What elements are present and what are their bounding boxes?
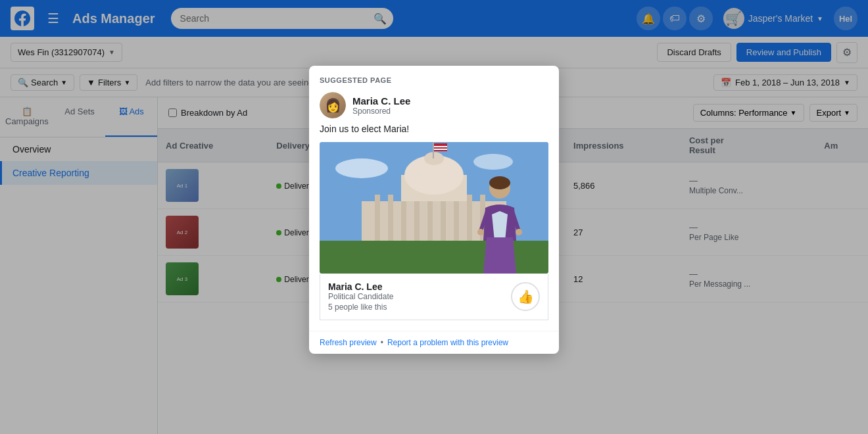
- svg-rect-19: [434, 146, 447, 147]
- suggested-page-label: Suggested Page: [320, 76, 548, 84]
- modal-overlay[interactable]: Suggested Page 👩 Maria C. Lee Sponsored …: [0, 0, 868, 434]
- page-tagline: Join us to elect Maria!: [320, 124, 548, 134]
- svg-point-23: [477, 229, 484, 235]
- like-button[interactable]: 👍: [511, 282, 540, 311]
- svg-rect-17: [433, 142, 434, 158]
- refresh-preview-link[interactable]: Refresh preview: [320, 338, 377, 347]
- page-meta: Maria C. Lee Sponsored: [352, 95, 410, 116]
- svg-point-24: [516, 229, 522, 235]
- svg-rect-11: [454, 195, 459, 241]
- svg-rect-10: [441, 195, 446, 241]
- ad-footer-name: Maria C. Lee: [328, 281, 393, 292]
- ad-footer-subtitle: Political Candidate: [328, 292, 393, 301]
- page-sponsored: Sponsored: [352, 107, 410, 116]
- ad-footer-info: Maria C. Lee Political Candidate 5 peopl…: [328, 281, 393, 312]
- modal-links: Refresh preview • Report a problem with …: [309, 331, 559, 354]
- report-problem-link[interactable]: Report a problem with this preview: [387, 338, 508, 347]
- svg-point-2: [473, 154, 513, 170]
- svg-rect-6: [388, 195, 393, 241]
- ad-footer-people: 5 people like this: [328, 302, 393, 312]
- svg-rect-20: [434, 149, 447, 150]
- svg-point-22: [489, 176, 510, 189]
- page-avatar: 👩: [320, 92, 346, 118]
- page-name: Maria C. Lee: [352, 95, 410, 107]
- ad-preview-modal: Suggested Page 👩 Maria C. Lee Sponsored …: [309, 66, 559, 354]
- ad-preview-image: [320, 142, 548, 274]
- svg-rect-12: [467, 195, 472, 241]
- ad-footer: Maria C. Lee Political Candidate 5 peopl…: [320, 274, 548, 320]
- page-info: 👩 Maria C. Lee Sponsored: [320, 92, 548, 118]
- svg-rect-5: [375, 195, 380, 241]
- svg-rect-9: [427, 195, 433, 241]
- modal-body: Suggested Page 👩 Maria C. Lee Sponsored …: [309, 66, 559, 331]
- svg-rect-8: [414, 195, 420, 241]
- svg-rect-7: [401, 195, 406, 241]
- svg-point-1: [335, 158, 388, 178]
